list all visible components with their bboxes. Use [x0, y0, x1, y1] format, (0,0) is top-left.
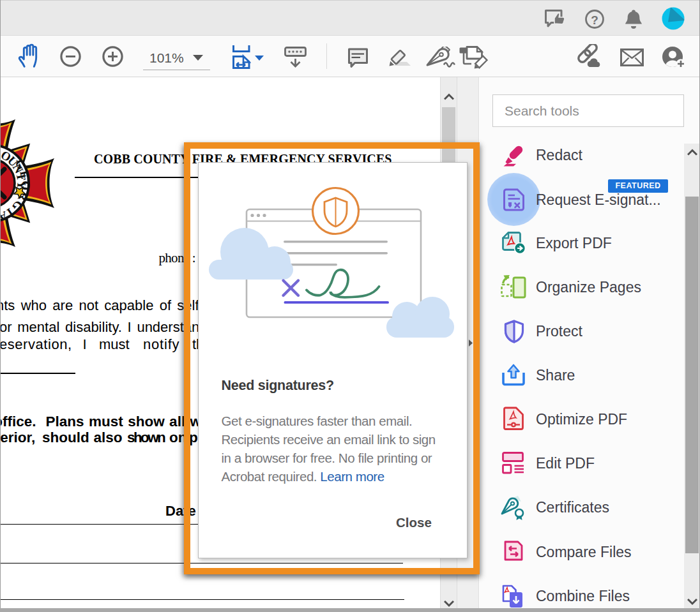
svg-text:?: ?: [591, 13, 598, 27]
